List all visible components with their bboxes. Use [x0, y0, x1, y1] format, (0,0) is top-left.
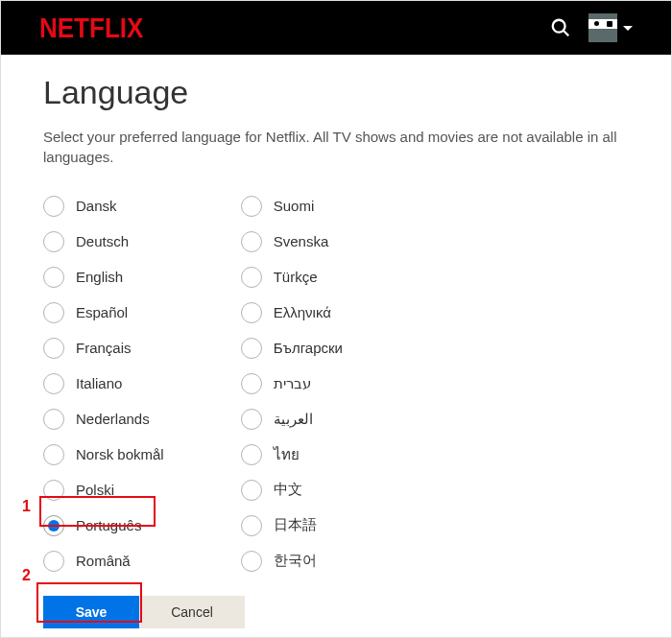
language-option[interactable]: 한국어	[241, 543, 343, 579]
language-label: 中文	[274, 481, 302, 499]
language-option[interactable]: English	[43, 259, 164, 295]
language-label: ไทย	[274, 443, 300, 466]
page-description: Select your preferred language for Netfl…	[43, 127, 629, 167]
radio-icon	[43, 267, 64, 288]
chevron-down-icon	[623, 26, 633, 31]
language-label: Norsk bokmål	[76, 446, 164, 462]
language-label: Français	[76, 340, 132, 356]
language-option[interactable]: Română	[43, 543, 164, 579]
language-option[interactable]: Polski	[43, 472, 164, 508]
language-option[interactable]: Norsk bokmål	[43, 437, 164, 472]
language-label: العربية	[274, 411, 313, 428]
language-option[interactable]: Nederlands	[43, 401, 164, 437]
avatar	[588, 13, 617, 42]
language-label: Български	[274, 340, 343, 356]
language-label: Nederlands	[76, 411, 150, 427]
language-label: Dansk	[76, 198, 117, 214]
radio-icon	[241, 302, 262, 323]
radio-icon	[241, 267, 262, 288]
action-bar: Save Cancel	[43, 596, 629, 628]
language-option[interactable]: 日本語	[241, 508, 343, 543]
language-option[interactable]: Français	[43, 330, 164, 366]
save-button[interactable]: Save	[43, 596, 139, 628]
radio-icon	[43, 373, 64, 394]
language-label: Română	[76, 553, 131, 569]
language-option[interactable]: Español	[43, 295, 164, 330]
language-label: עברית	[274, 375, 311, 392]
app-header: NETFLIX	[1, 1, 671, 55]
language-label: Italiano	[76, 375, 122, 391]
language-grid: DanskDeutschEnglishEspañolFrançaisItalia…	[43, 188, 629, 579]
radio-icon	[43, 444, 64, 465]
radio-icon	[241, 515, 262, 536]
language-option[interactable]: 中文	[241, 472, 343, 508]
radio-icon	[241, 196, 262, 217]
radio-icon	[241, 480, 262, 501]
language-label: Ελληνικά	[274, 304, 331, 320]
header-actions	[550, 13, 633, 42]
language-option[interactable]: العربية	[241, 401, 343, 437]
language-option[interactable]: Italiano	[43, 366, 164, 401]
netflix-logo[interactable]: NETFLIX	[39, 11, 143, 45]
radio-icon	[43, 302, 64, 323]
language-label: Español	[76, 304, 128, 320]
language-option[interactable]: Türkçe	[241, 259, 343, 295]
language-label: Deutsch	[76, 233, 129, 249]
language-option[interactable]: Български	[241, 330, 343, 366]
search-icon[interactable]	[550, 17, 571, 38]
language-label: Türkçe	[274, 269, 318, 285]
radio-icon	[43, 231, 64, 252]
radio-icon	[43, 196, 64, 217]
language-label: Suomi	[274, 198, 315, 214]
radio-icon	[241, 231, 262, 252]
language-column-1: DanskDeutschEnglishEspañolFrançaisItalia…	[43, 188, 164, 579]
language-option[interactable]: Svenska	[241, 224, 343, 259]
language-label: Polski	[76, 482, 114, 498]
page-content: Language Select your preferred language …	[1, 55, 671, 628]
language-option[interactable]: עברית	[241, 366, 343, 401]
radio-icon	[43, 409, 64, 430]
language-option[interactable]: Deutsch	[43, 224, 164, 259]
language-option[interactable]: Dansk	[43, 188, 164, 224]
radio-icon	[43, 338, 64, 359]
radio-icon	[241, 409, 262, 430]
radio-icon	[43, 480, 64, 501]
page-title: Language	[43, 74, 629, 111]
language-label: Svenska	[274, 233, 329, 249]
language-option[interactable]: ไทย	[241, 437, 343, 472]
svg-point-0	[553, 20, 565, 33]
language-option[interactable]: Suomi	[241, 188, 343, 224]
radio-icon	[43, 551, 64, 572]
radio-icon	[241, 551, 262, 572]
profile-menu[interactable]	[588, 13, 633, 42]
language-label: 한국어	[274, 552, 317, 570]
radio-icon	[241, 338, 262, 359]
language-option[interactable]: Português	[43, 508, 164, 543]
radio-icon	[43, 515, 64, 536]
radio-icon	[241, 373, 262, 394]
cancel-button[interactable]: Cancel	[139, 596, 245, 628]
language-option[interactable]: Ελληνικά	[241, 295, 343, 330]
svg-line-1	[564, 31, 569, 36]
language-label: 日本語	[274, 516, 317, 534]
language-label: English	[76, 269, 123, 285]
radio-icon	[241, 444, 262, 465]
language-column-2: SuomiSvenskaTürkçeΕλληνικάБългарскиעברית…	[241, 188, 343, 579]
language-label: Português	[76, 517, 141, 533]
